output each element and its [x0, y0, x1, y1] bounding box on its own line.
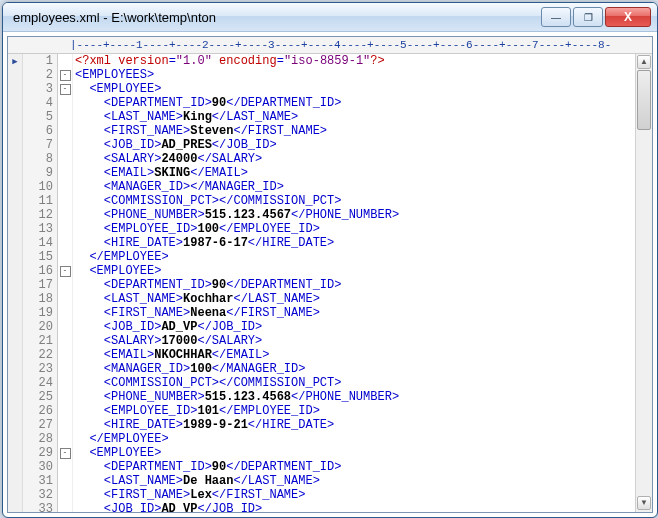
fold-cell [58, 292, 72, 306]
vertical-scrollbar[interactable]: ▲ ▼ [635, 54, 652, 512]
fold-cell [58, 362, 72, 376]
line-number-gutter: 1234567891011121314151617181920212223242… [23, 54, 58, 512]
code-line[interactable]: <PHONE_NUMBER>515.123.4567</PHONE_NUMBER… [73, 208, 635, 222]
editor-body: ▶ 12345678910111213141516171819202122232… [8, 54, 652, 512]
code-area[interactable]: <?xml version="1.0" encoding="iso-8859-1… [73, 54, 635, 512]
marker-cell: ▶ [8, 54, 22, 68]
fold-toggle-icon[interactable]: - [60, 448, 71, 459]
marker-cell [8, 460, 22, 474]
code-line[interactable]: <MANAGER_ID>100</MANAGER_ID> [73, 362, 635, 376]
code-line[interactable]: <LAST_NAME>Kochhar</LAST_NAME> [73, 292, 635, 306]
code-line[interactable]: <HIRE_DATE>1987-6-17</HIRE_DATE> [73, 236, 635, 250]
fold-cell [58, 320, 72, 334]
code-line[interactable]: <EMPLOYEE> [73, 82, 635, 96]
fold-cell[interactable]: - [58, 68, 72, 82]
code-line[interactable]: <SALARY>24000</SALARY> [73, 152, 635, 166]
line-number: 24 [23, 376, 57, 390]
line-number: 12 [23, 208, 57, 222]
marker-cell [8, 376, 22, 390]
line-number: 19 [23, 306, 57, 320]
scroll-up-button[interactable]: ▲ [637, 55, 651, 69]
code-line[interactable]: <JOB_ID>AD_VP</JOB_ID> [73, 320, 635, 334]
code-line[interactable]: <SALARY>17000</SALARY> [73, 334, 635, 348]
code-line[interactable]: </EMPLOYEE> [73, 250, 635, 264]
fold-cell [58, 166, 72, 180]
window-buttons: — ❐ X [541, 7, 651, 27]
line-number: 7 [23, 138, 57, 152]
fold-cell [58, 152, 72, 166]
code-line[interactable]: <FIRST_NAME>Lex</FIRST_NAME> [73, 488, 635, 502]
fold-cell [58, 348, 72, 362]
code-line[interactable]: <EMAIL>SKING</EMAIL> [73, 166, 635, 180]
code-line[interactable]: <HIRE_DATE>1989-9-21</HIRE_DATE> [73, 418, 635, 432]
code-line[interactable]: <DEPARTMENT_ID>90</DEPARTMENT_ID> [73, 278, 635, 292]
fold-cell [58, 334, 72, 348]
code-line[interactable]: <LAST_NAME>King</LAST_NAME> [73, 110, 635, 124]
code-line[interactable]: <EMAIL>NKOCHHAR</EMAIL> [73, 348, 635, 362]
code-line[interactable]: <MANAGER_ID></MANAGER_ID> [73, 180, 635, 194]
line-number: 11 [23, 194, 57, 208]
scroll-down-button[interactable]: ▼ [637, 496, 651, 510]
marker-cell [8, 264, 22, 278]
fold-toggle-icon[interactable]: - [60, 70, 71, 81]
scroll-thumb[interactable] [637, 70, 651, 130]
line-number: 2 [23, 68, 57, 82]
fold-cell [58, 208, 72, 222]
marker-cell [8, 194, 22, 208]
marker-cell [8, 474, 22, 488]
line-number: 16 [23, 264, 57, 278]
code-line[interactable]: <?xml version="1.0" encoding="iso-8859-1… [73, 54, 635, 68]
marker-cell [8, 390, 22, 404]
line-number: 13 [23, 222, 57, 236]
line-number: 22 [23, 348, 57, 362]
close-button[interactable]: X [605, 7, 651, 27]
code-line[interactable]: <EMPLOYEES> [73, 68, 635, 82]
code-line[interactable]: <LAST_NAME>De Haan</LAST_NAME> [73, 474, 635, 488]
minimize-button[interactable]: — [541, 7, 571, 27]
line-number: 33 [23, 502, 57, 512]
line-number: 5 [23, 110, 57, 124]
line-number: 25 [23, 390, 57, 404]
code-line[interactable]: <EMPLOYEE> [73, 446, 635, 460]
code-line[interactable]: <COMMISSION_PCT></COMMISSION_PCT> [73, 194, 635, 208]
code-line[interactable]: <JOB_ID>AD_PRES</JOB_ID> [73, 138, 635, 152]
code-line[interactable]: <JOB_ID>AD_VP</JOB_ID> [73, 502, 635, 512]
fold-cell [58, 488, 72, 502]
code-line[interactable]: <DEPARTMENT_ID>90</DEPARTMENT_ID> [73, 96, 635, 110]
code-line[interactable]: <FIRST_NAME>Neena</FIRST_NAME> [73, 306, 635, 320]
code-line[interactable]: <DEPARTMENT_ID>90</DEPARTMENT_ID> [73, 460, 635, 474]
fold-cell[interactable]: - [58, 82, 72, 96]
marker-cell [8, 152, 22, 166]
fold-cell [58, 138, 72, 152]
fold-cell [58, 418, 72, 432]
fold-cell [58, 460, 72, 474]
code-line[interactable]: <FIRST_NAME>Steven</FIRST_NAME> [73, 124, 635, 138]
fold-cell [58, 110, 72, 124]
fold-cell [58, 404, 72, 418]
titlebar[interactable]: employees.xml - E:\work\temp\nton — ❐ X [3, 3, 657, 32]
line-number: 32 [23, 488, 57, 502]
fold-cell [58, 306, 72, 320]
column-ruler: |----+----1----+----2----+----3----+----… [8, 37, 652, 54]
editor-window: employees.xml - E:\work\temp\nton — ❐ X … [2, 2, 658, 518]
code-line[interactable]: <PHONE_NUMBER>515.123.4568</PHONE_NUMBER… [73, 390, 635, 404]
fold-cell [58, 390, 72, 404]
fold-cell[interactable]: - [58, 446, 72, 460]
line-number: 31 [23, 474, 57, 488]
editor-area: |----+----1----+----2----+----3----+----… [7, 36, 653, 513]
code-line[interactable]: <EMPLOYEE_ID>101</EMPLOYEE_ID> [73, 404, 635, 418]
fold-cell [58, 96, 72, 110]
fold-toggle-icon[interactable]: - [60, 266, 71, 277]
line-number: 23 [23, 362, 57, 376]
fold-toggle-icon[interactable]: - [60, 84, 71, 95]
line-number: 29 [23, 446, 57, 460]
fold-cell[interactable]: - [58, 264, 72, 278]
line-number: 15 [23, 250, 57, 264]
code-line[interactable]: <COMMISSION_PCT></COMMISSION_PCT> [73, 376, 635, 390]
maximize-button[interactable]: ❐ [573, 7, 603, 27]
line-number: 14 [23, 236, 57, 250]
code-line[interactable]: <EMPLOYEE_ID>100</EMPLOYEE_ID> [73, 222, 635, 236]
code-line[interactable]: </EMPLOYEE> [73, 432, 635, 446]
fold-cell [58, 54, 72, 68]
code-line[interactable]: <EMPLOYEE> [73, 264, 635, 278]
